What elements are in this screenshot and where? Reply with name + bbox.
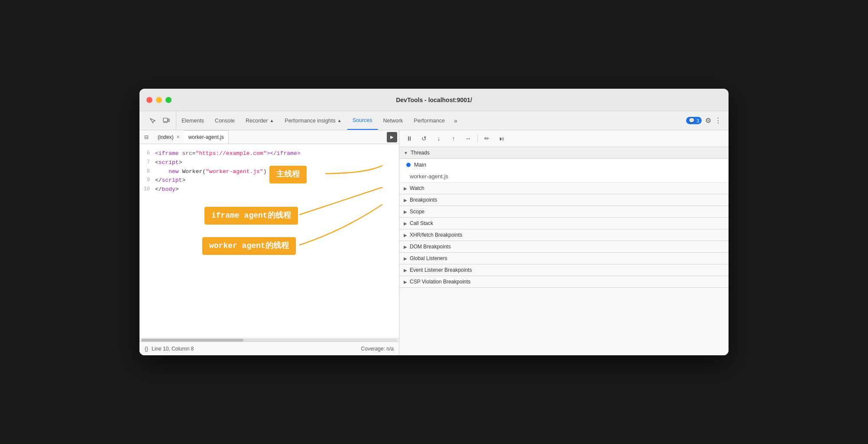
step-out-button[interactable]: ↔ [463, 133, 474, 144]
iframe-thread-label: iframe agent的线程 [204, 207, 298, 225]
dom-breakpoints-section-header[interactable]: ▶ DOM Breakpoints [399, 241, 729, 253]
tab-sources[interactable]: Sources [347, 111, 378, 130]
svg-rect-1 [168, 119, 169, 122]
code-area[interactable]: 6 <iframe src="https://example.com"></if… [139, 144, 399, 338]
tab-more-button[interactable]: » [450, 117, 461, 124]
status-left: {} Line 10, Column 8 [145, 346, 194, 352]
minimize-button[interactable] [156, 97, 162, 103]
tab-bar-right: 💬 3 ⚙ ⋮ [683, 116, 725, 125]
watch-section-header[interactable]: ▶ Watch [399, 183, 729, 194]
breakpoints-section-header[interactable]: ▶ Breakpoints [399, 194, 729, 206]
csp-arrow-icon: ▶ [404, 280, 407, 284]
resume-button[interactable]: ↺ [418, 133, 430, 144]
event-listener-arrow-icon: ▶ [404, 268, 407, 273]
editor-tab-worker-agent[interactable]: worker-agent.js [184, 130, 229, 144]
editor-sidebar-toggle[interactable]: ⊟ [141, 132, 152, 142]
more-options-button[interactable]: ⋮ [715, 116, 722, 125]
perf-insights-icon: ▲ [337, 118, 342, 123]
call-stack-arrow-icon: ▶ [404, 221, 407, 226]
debugger-sections: ▼ Threads Main worker-agent.js ▶ Watch [399, 147, 729, 355]
global-listeners-arrow-icon: ▶ [404, 256, 407, 261]
pause-button[interactable]: ⏸ [404, 133, 415, 144]
global-listeners-section-header[interactable]: ▶ Global Listeners [399, 253, 729, 264]
status-right: Coverage: n/a [361, 346, 394, 352]
issues-badge[interactable]: 💬 3 [686, 117, 702, 124]
close-index-tab[interactable]: ✕ [176, 135, 180, 139]
xhr-arrow-icon: ▶ [404, 233, 407, 238]
step-over-button[interactable]: ↓ [433, 133, 444, 144]
format-button[interactable]: {} [145, 346, 148, 352]
code-line-6: 6 <iframe src="https://example.com"></if… [139, 149, 399, 158]
toolbar-icons [143, 111, 176, 130]
call-stack-section-header[interactable]: ▶ Call Stack [399, 218, 729, 229]
tab-console[interactable]: Console [210, 111, 240, 130]
tab-items: Elements Console Recorder ▲ Performance … [176, 111, 683, 130]
tab-performance[interactable]: Performance [408, 111, 450, 130]
device-toggle-icon[interactable] [160, 115, 172, 127]
worker-thread-label: worker agent的线程 [202, 237, 296, 255]
main-thread-label: 主线程 [269, 166, 307, 183]
threads-section-header[interactable]: ▼ Threads [399, 147, 729, 159]
title-bar: DevTools - localhost:9001/ [139, 89, 729, 111]
coverage-status: Coverage: n/a [361, 346, 394, 352]
tab-bar: Elements Console Recorder ▲ Performance … [139, 111, 729, 130]
thread-main-label: Main [414, 161, 426, 168]
thread-main[interactable]: Main [399, 159, 729, 171]
editor-panel: ⊟ (index) ✕ worker-agent.js ▶ 6 <iframe … [139, 130, 399, 355]
traffic-lights [146, 97, 172, 103]
code-line-10: 10 </body> [139, 185, 399, 194]
threads-arrow-icon: ▼ [404, 151, 408, 155]
step-into-button[interactable]: ↑ [448, 133, 459, 144]
dom-label: DOM Breakpoints [410, 244, 451, 250]
tab-recorder[interactable]: Recorder ▲ [240, 111, 279, 130]
dom-arrow-icon: ▶ [404, 245, 407, 249]
breakpoints-arrow-icon: ▶ [404, 198, 407, 203]
issues-icon: 💬 [689, 118, 695, 123]
devtools-window: DevTools - localhost:9001/ Elements [139, 89, 729, 355]
editor-tabs: ⊟ (index) ✕ worker-agent.js ▶ [139, 130, 399, 144]
breakpoints-label: Breakpoints [410, 197, 437, 203]
thread-indicator [406, 163, 411, 167]
xhr-label: XHR/fetch Breakpoints [410, 232, 462, 238]
cursor-position: Line 10, Column 8 [152, 346, 194, 352]
main-content: ⊟ (index) ✕ worker-agent.js ▶ 6 <iframe … [139, 130, 729, 355]
toolbar-divider [477, 134, 478, 143]
code-line-7: 7 <script> [139, 158, 399, 167]
cursor-icon[interactable] [146, 115, 159, 127]
scope-arrow-icon: ▶ [404, 209, 407, 214]
csp-label: CSP Violation Breakpoints [410, 279, 470, 285]
pause-on-exceptions-button[interactable]: ⏯ [496, 133, 507, 144]
run-snippet-button[interactable]: ▶ [387, 132, 397, 142]
global-listeners-label: Global Listeners [410, 255, 447, 261]
call-stack-label: Call Stack [410, 220, 433, 226]
scope-label: Scope [410, 209, 424, 215]
svg-rect-0 [163, 118, 168, 122]
editor-tab-index[interactable]: (index) ✕ [153, 130, 184, 144]
deactivate-breakpoints-button[interactable]: ✏ [481, 133, 492, 144]
scrollbar-track[interactable] [141, 339, 397, 341]
csp-violation-breakpoints-section-header[interactable]: ▶ CSP Violation Breakpoints [399, 276, 729, 288]
close-button[interactable] [146, 97, 152, 103]
debugger-toolbar: ⏸ ↺ ↓ ↑ ↔ ✏ ⏯ [399, 130, 729, 147]
tab-network[interactable]: Network [378, 111, 409, 130]
event-listener-label: Event Listener Breakpoints [410, 267, 472, 273]
event-listener-breakpoints-section-header[interactable]: ▶ Event Listener Breakpoints [399, 264, 729, 276]
horizontal-scrollbar[interactable] [139, 338, 399, 341]
threads-section-content: Main worker-agent.js [399, 159, 729, 183]
tab-performance-insights[interactable]: Performance insights ▲ [279, 111, 347, 130]
scrollbar-thumb[interactable] [141, 339, 243, 341]
recorder-icon: ▲ [269, 118, 274, 123]
watch-arrow-icon: ▶ [404, 186, 407, 191]
threads-label: Threads [411, 150, 430, 156]
tab-elements[interactable]: Elements [176, 111, 210, 130]
watch-label: Watch [410, 185, 424, 191]
status-bar: {} Line 10, Column 8 Coverage: n/a [139, 341, 399, 355]
settings-button[interactable]: ⚙ [705, 116, 711, 125]
xhr-breakpoints-section-header[interactable]: ▶ XHR/fetch Breakpoints [399, 229, 729, 241]
window-title: DevTools - localhost:9001/ [396, 97, 472, 103]
scope-section-header[interactable]: ▶ Scope [399, 206, 729, 218]
thread-worker-agent[interactable]: worker-agent.js [399, 171, 729, 182]
maximize-button[interactable] [165, 97, 172, 103]
debugger-panel: ⏸ ↺ ↓ ↑ ↔ ✏ ⏯ ▼ Threads Main [399, 130, 729, 355]
